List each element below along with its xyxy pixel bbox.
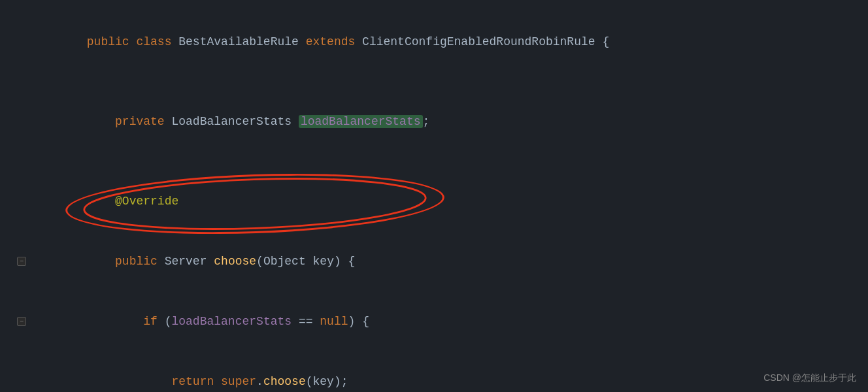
code-line-8: return super.choose(key); (0, 351, 868, 392)
indent-6 (87, 255, 115, 268)
keyword-private: private (115, 115, 171, 128)
semicolon-3: ; (423, 115, 430, 128)
fold-icon-6[interactable]: − (17, 257, 26, 266)
code-line-7: − if (loadBalancerStats == null) { (0, 291, 868, 351)
annotation-override: @Override (115, 195, 178, 208)
paren-close-7: ) { (348, 315, 369, 328)
eq-null: == (292, 315, 320, 328)
line-content-8: return super.choose(key); (31, 352, 868, 392)
line-content-6: public Server choose(Object key) { (31, 232, 868, 291)
fold-icon-7[interactable]: − (17, 317, 26, 326)
keyword-public: public (87, 35, 137, 48)
code-editor: public class BestAvailableRule extends C… (0, 0, 868, 392)
method-choose-8: choose (263, 375, 306, 388)
type-loadbalancerstats: LoadBalancerStats (171, 115, 298, 128)
keyword-if: if (143, 315, 164, 328)
type-server: Server (165, 255, 214, 268)
paren-open-7: ( (165, 315, 172, 328)
class-parent: ClientConfigEnabledRoundRobinRule (362, 35, 602, 48)
indent-5 (87, 195, 115, 208)
keyword-public-6: public (115, 255, 165, 268)
watermark: CSDN @怎能止步于此 (763, 372, 856, 384)
null-keyword: null (320, 315, 348, 328)
code-line-1: public class BestAvailableRule extends C… (0, 12, 868, 72)
code-line-2 (0, 72, 868, 91)
keyword-extends: extends (306, 35, 362, 48)
param-key: key (313, 255, 334, 268)
var-lbs-check: loadBalancerStats (171, 315, 292, 328)
var-loadbalancerstats-highlighted: loadBalancerStats (299, 115, 423, 128)
line-content-7: if (loadBalancerStats == null) { (31, 292, 868, 351)
paren-close-6: ) { (334, 255, 355, 268)
code-line-5: @Override (0, 171, 868, 231)
line-content-3: private LoadBalancerStats loadBalancerSt… (31, 92, 868, 151)
keyword-return: return (171, 375, 221, 388)
line-content-5: @Override (31, 172, 868, 231)
args-8: (key); (306, 375, 348, 388)
dot-8: . (256, 375, 263, 388)
class-bestavailablerule: BestAvailableRule (178, 35, 305, 48)
indent-3 (87, 115, 115, 128)
code-line-4 (0, 152, 868, 171)
brace-open: { (602, 35, 609, 48)
paren-6: ( (256, 255, 263, 268)
code-line-3: private LoadBalancerStats loadBalancerSt… (0, 91, 868, 152)
method-choose: choose (214, 255, 256, 268)
type-object: Object (263, 255, 313, 268)
keyword-class: class (136, 35, 178, 48)
indent-8 (87, 375, 172, 388)
keyword-super: super (221, 375, 256, 388)
indent-7 (87, 315, 143, 328)
line-content-1: public class BestAvailableRule extends C… (31, 12, 868, 71)
code-line-6: − public Server choose(Object key) { (0, 231, 868, 291)
